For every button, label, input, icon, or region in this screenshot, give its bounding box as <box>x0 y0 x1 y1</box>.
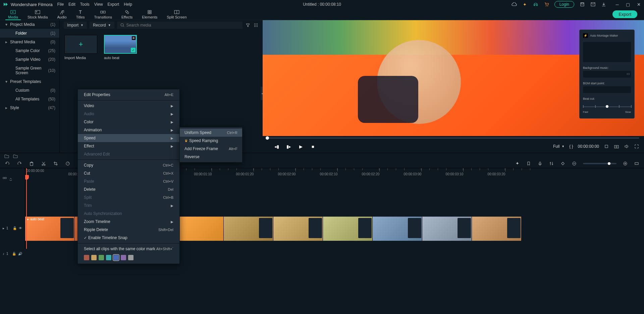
mute-icon[interactable]: 🔊 <box>18 252 22 256</box>
auto-montage-panel[interactable]: ⚡Auto Montage Maker Background music:▭ B… <box>579 30 635 119</box>
start-input[interactable] <box>583 86 631 93</box>
mail-icon[interactable] <box>590 2 596 7</box>
record-dropdown[interactable]: Record▼ <box>90 21 114 29</box>
keyframe-icon[interactable] <box>560 161 566 166</box>
ctx-edit-properties[interactable]: Edit PropertiesAlt+E <box>78 91 179 99</box>
maximize-icon[interactable]: ▢ <box>625 2 631 7</box>
tab-effects[interactable]: Effects <box>117 9 137 20</box>
render-icon[interactable]: ✦ <box>515 161 520 166</box>
playhead-handle[interactable] <box>25 175 29 180</box>
speed-icon[interactable] <box>65 161 70 166</box>
tree-item[interactable]: ▸Style(47) <box>0 103 59 112</box>
color-swatch[interactable] <box>128 255 133 260</box>
ctx-animation[interactable]: Animation▶ <box>78 126 179 134</box>
tab-media[interactable]: Media <box>3 9 23 20</box>
filter-icon[interactable] <box>245 23 251 28</box>
link-icon[interactable] <box>9 177 13 181</box>
crop-icon[interactable] <box>604 144 609 149</box>
bgm-input[interactable]: ▭ <box>583 71 631 78</box>
ctx-cut[interactable]: CutCtrl+X <box>78 169 179 177</box>
playhead[interactable] <box>26 168 27 249</box>
zoom-handle[interactable] <box>608 162 610 165</box>
track-options-icon[interactable] <box>3 177 7 181</box>
download-icon[interactable] <box>601 2 606 7</box>
quality-dropdown[interactable]: Full▼ <box>553 144 565 149</box>
marker-icon[interactable] <box>526 161 531 166</box>
snapshot-icon[interactable] <box>614 144 619 149</box>
menu-export[interactable]: Export <box>108 2 119 7</box>
tab-split-screen[interactable]: Split Screen <box>162 9 191 20</box>
zoom-slider[interactable] <box>583 163 616 164</box>
tree-item[interactable]: ▸Shared Media(0) <box>0 38 59 46</box>
tab-transitions[interactable]: Transitions <box>90 9 117 20</box>
tree-item[interactable]: ▾Preset Templates <box>0 77 59 86</box>
sub-add-freeze-frame[interactable]: Add Freeze FrameAlt+F <box>180 145 242 153</box>
import-media-card[interactable]: + Import Media <box>64 35 97 60</box>
play-icon[interactable]: ▮▸ <box>286 144 291 149</box>
import-dropdown[interactable]: Import▼ <box>64 21 87 29</box>
menu-file[interactable]: File <box>57 2 64 7</box>
ctx-enable-timeline-snap[interactable]: ✓Enable Timeline Snap <box>78 234 179 242</box>
close-icon[interactable]: ✕ <box>636 2 641 7</box>
tree-item[interactable]: Folder(1) <box>0 29 59 38</box>
tree-item[interactable]: Sample Video(20) <box>0 55 59 64</box>
color-swatch[interactable] <box>99 255 104 260</box>
export-button[interactable]: Export <box>612 10 637 18</box>
save-icon[interactable] <box>580 2 585 7</box>
zoom-fit-icon[interactable] <box>634 161 639 166</box>
zoom-in-icon[interactable] <box>623 161 628 166</box>
mixer-icon[interactable] <box>549 161 554 166</box>
ctx-zoom-timeline[interactable]: Zoom Timeline▶ <box>78 218 179 226</box>
color-swatch[interactable] <box>84 255 89 260</box>
mic-icon[interactable] <box>537 161 543 166</box>
mark-range[interactable]: { } <box>569 144 573 149</box>
tree-item[interactable]: ▾Project Media(1) <box>0 20 59 29</box>
beat-slider[interactable] <box>583 103 631 110</box>
tree-item[interactable]: Sample Green Screen(10) <box>0 64 59 77</box>
tab-titles[interactable]: TTitles <box>71 9 90 20</box>
tab-elements[interactable]: Elements <box>137 9 162 20</box>
ctx-select-all-clips-with-the-same-color-mark[interactable]: Select all clips with the same color mar… <box>78 245 179 253</box>
undo-icon[interactable] <box>5 161 10 166</box>
color-swatch[interactable] <box>91 255 97 260</box>
login-button[interactable]: Login <box>554 1 574 8</box>
folder-icon[interactable]: ▭ <box>627 72 630 76</box>
zoom-out-icon[interactable] <box>572 161 577 166</box>
ctx-ripple-delete[interactable]: Ripple DeleteShift+Del <box>78 226 179 234</box>
seek-handle[interactable] <box>266 136 269 140</box>
video-track-header[interactable]: ▸1 🔓 👁 <box>0 216 25 240</box>
delete-icon[interactable] <box>29 161 34 166</box>
lock-icon[interactable]: 🔓 <box>13 226 17 230</box>
tree-item[interactable]: All Templates(50) <box>0 95 59 103</box>
grid-view-icon[interactable] <box>253 23 259 28</box>
ctx-speed[interactable]: Speed▶ <box>78 134 179 142</box>
tree-item[interactable]: Sample Color(25) <box>0 46 59 55</box>
ctx-video[interactable]: Video▶ <box>78 102 179 110</box>
play-forward-icon[interactable]: ▶ <box>298 144 304 149</box>
sub-uniform-speed[interactable]: Uniform SpeedCtrl+R <box>180 129 242 137</box>
ctx-delete[interactable]: DeleteDel <box>78 185 179 193</box>
ctx-color[interactable]: Color▶ <box>78 118 179 126</box>
menu-view[interactable]: View <box>94 2 103 7</box>
folder-icon[interactable] <box>4 153 9 159</box>
fullscreen-icon[interactable] <box>634 144 639 149</box>
ctx-copy[interactable]: CopyCtrl+C <box>78 161 179 169</box>
color-swatch[interactable] <box>113 255 119 260</box>
cut-icon[interactable] <box>41 161 46 166</box>
color-swatch[interactable] <box>106 255 111 260</box>
tree-item[interactable]: Custom(0) <box>0 86 59 95</box>
search-input[interactable] <box>117 21 243 29</box>
redo-icon[interactable] <box>17 161 22 166</box>
menu-tools[interactable]: Tools <box>80 2 90 7</box>
seek-bar[interactable] <box>267 137 639 139</box>
folder-open-icon[interactable] <box>13 153 18 159</box>
prev-frame-icon[interactable]: ◂▮ <box>274 144 279 149</box>
tab-stock-media[interactable]: Stock Media <box>23 9 53 20</box>
headphones-icon[interactable] <box>533 2 538 7</box>
lock-icon[interactable]: 🔓 <box>12 252 16 256</box>
menu-edit[interactable]: Edit <box>68 2 75 7</box>
audio-track-header[interactable]: ♪1 🔓 🔊 <box>0 250 25 257</box>
sub-reverse[interactable]: Reverse <box>180 153 242 161</box>
volume-icon[interactable] <box>624 144 629 149</box>
ctx-effect[interactable]: Effect▶ <box>78 142 179 150</box>
